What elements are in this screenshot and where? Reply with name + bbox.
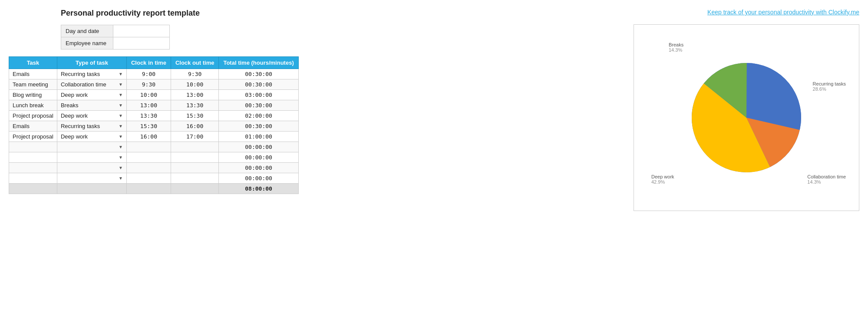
cell-task[interactable]: Project proposal: [9, 111, 57, 121]
type-label: Collaboration time: [61, 81, 106, 88]
cell-clock-in[interactable]: [126, 152, 171, 163]
table-row: Blog writingDeep work▼10:0013:0003:00:00: [9, 90, 299, 100]
cell-clock-out[interactable]: [171, 142, 219, 152]
dropdown-arrow-icon[interactable]: ▼: [119, 72, 123, 76]
cell-clock-out[interactable]: [171, 163, 219, 173]
cell-clock-in[interactable]: [126, 163, 171, 173]
cell-clock-out[interactable]: 9:30: [171, 69, 219, 79]
cell-type[interactable]: ▼: [57, 142, 126, 152]
col-clock-in: Clock in time: [126, 57, 171, 69]
cell-clock-in[interactable]: 9:30: [126, 79, 171, 90]
cell-type[interactable]: Recurring tasks▼: [57, 69, 126, 79]
label-deep-work: Deep work 42.9%: [651, 174, 674, 185]
cell-task[interactable]: [9, 173, 57, 184]
day-label: Day and date: [61, 25, 113, 37]
cell-type[interactable]: ▼: [57, 152, 126, 163]
col-type: Type of task: [57, 57, 126, 69]
cell-total: 00:30:00: [219, 79, 298, 90]
cell-type[interactable]: Breaks▼: [57, 100, 126, 111]
dropdown-arrow-icon[interactable]: ▼: [119, 103, 123, 108]
dropdown-arrow-icon[interactable]: ▼: [119, 145, 123, 149]
info-table: Day and date Employee name: [61, 25, 170, 49]
cell-type[interactable]: ▼: [57, 163, 126, 173]
type-label: Breaks: [61, 102, 78, 109]
cell-total: 00:00:00: [219, 142, 298, 152]
cell-task[interactable]: Emails: [9, 69, 57, 79]
table-row: Project proposalDeep work▼16:0017:0001:0…: [9, 132, 299, 142]
table-row: EmailsRecurring tasks▼9:009:3000:30:00: [9, 69, 299, 79]
table-row: ▼00:00:00: [9, 173, 299, 184]
cell-clock-in[interactable]: 13:30: [126, 111, 171, 121]
cell-task[interactable]: Team meeting: [9, 79, 57, 90]
dropdown-arrow-icon[interactable]: ▼: [119, 124, 123, 129]
cell-clock-in[interactable]: 16:00: [126, 132, 171, 142]
pie-chart: [686, 57, 807, 178]
employee-label: Employee name: [61, 37, 113, 49]
type-label: Deep work: [61, 92, 88, 98]
cell-clock-in[interactable]: [126, 142, 171, 152]
total-row: 08:00:00: [9, 184, 299, 194]
table-row: ▼00:00:00: [9, 152, 299, 163]
table-row: Project proposalDeep work▼13:3015:3002:0…: [9, 111, 299, 121]
cell-clock-out[interactable]: 10:00: [171, 79, 219, 90]
employee-value[interactable]: [113, 37, 170, 49]
day-value[interactable]: [113, 25, 170, 37]
cell-clock-out[interactable]: [171, 152, 219, 163]
cell-total: 00:00:00: [219, 163, 298, 173]
left-section: Personal productivity report template Da…: [9, 9, 299, 194]
cell-task[interactable]: Blog writing: [9, 90, 57, 100]
table-row: Team meetingCollaboration time▼9:3010:00…: [9, 79, 299, 90]
dropdown-arrow-icon[interactable]: ▼: [119, 165, 123, 170]
table-row: ▼00:00:00: [9, 163, 299, 173]
cell-clock-out[interactable]: [171, 173, 219, 184]
dropdown-arrow-icon[interactable]: ▼: [119, 134, 123, 139]
cell-clock-in[interactable]: 13:00: [126, 100, 171, 111]
dropdown-arrow-icon[interactable]: ▼: [119, 82, 123, 87]
cell-task[interactable]: [9, 163, 57, 173]
right-section: Keep track of your personal productivity…: [316, 9, 859, 211]
cell-total: 00:30:00: [219, 100, 298, 111]
cell-type[interactable]: Deep work▼: [57, 132, 126, 142]
cell-clock-out[interactable]: 17:00: [171, 132, 219, 142]
cell-total: 00:30:00: [219, 69, 298, 79]
dropdown-arrow-icon[interactable]: ▼: [119, 155, 123, 160]
label-collab: Collaboration time 14.3%: [807, 174, 846, 185]
pie-wrapper: Breaks 14.3% Recurring tasks 28.6% Deep …: [643, 33, 850, 202]
cell-type[interactable]: Recurring tasks▼: [57, 121, 126, 132]
task-table: Task Type of task Clock in time Clock ou…: [9, 56, 299, 194]
cell-clock-in[interactable]: 15:30: [126, 121, 171, 132]
cell-clock-in[interactable]: [126, 173, 171, 184]
cell-type[interactable]: Deep work▼: [57, 111, 126, 121]
label-breaks: Breaks 14.3%: [669, 42, 683, 53]
type-label: Recurring tasks: [61, 123, 100, 129]
col-task: Task: [9, 57, 57, 69]
cell-type[interactable]: Deep work▼: [57, 90, 126, 100]
clockify-link[interactable]: Keep track of your personal productivity…: [707, 9, 859, 16]
cell-task[interactable]: [9, 152, 57, 163]
cell-total: 00:00:00: [219, 173, 298, 184]
type-label: Recurring tasks: [61, 71, 100, 77]
cell-task[interactable]: Lunch break: [9, 100, 57, 111]
type-label: Deep work: [61, 112, 88, 119]
table-row: EmailsRecurring tasks▼15:3016:0000:30:00: [9, 121, 299, 132]
cell-clock-out[interactable]: 15:30: [171, 111, 219, 121]
dropdown-arrow-icon[interactable]: ▼: [119, 113, 123, 118]
col-clock-out: Clock out time: [171, 57, 219, 69]
cell-task[interactable]: [9, 142, 57, 152]
col-total: Total time (hours/minutes): [219, 57, 298, 69]
cell-clock-in[interactable]: 10:00: [126, 90, 171, 100]
cell-clock-out[interactable]: 16:00: [171, 121, 219, 132]
cell-clock-out[interactable]: 13:30: [171, 100, 219, 111]
cell-type[interactable]: Collaboration time▼: [57, 79, 126, 90]
cell-task[interactable]: Emails: [9, 121, 57, 132]
cell-type[interactable]: ▼: [57, 173, 126, 184]
cell-task[interactable]: Project proposal: [9, 132, 57, 142]
table-row: Lunch breakBreaks▼13:0013:3000:30:00: [9, 100, 299, 111]
cell-total: 03:00:00: [219, 90, 298, 100]
cell-total: 02:00:00: [219, 111, 298, 121]
dropdown-arrow-icon[interactable]: ▼: [119, 92, 123, 97]
dropdown-arrow-icon[interactable]: ▼: [119, 176, 123, 181]
cell-clock-out[interactable]: 13:00: [171, 90, 219, 100]
report-title: Personal productivity report template: [61, 9, 299, 18]
cell-clock-in[interactable]: 9:00: [126, 69, 171, 79]
